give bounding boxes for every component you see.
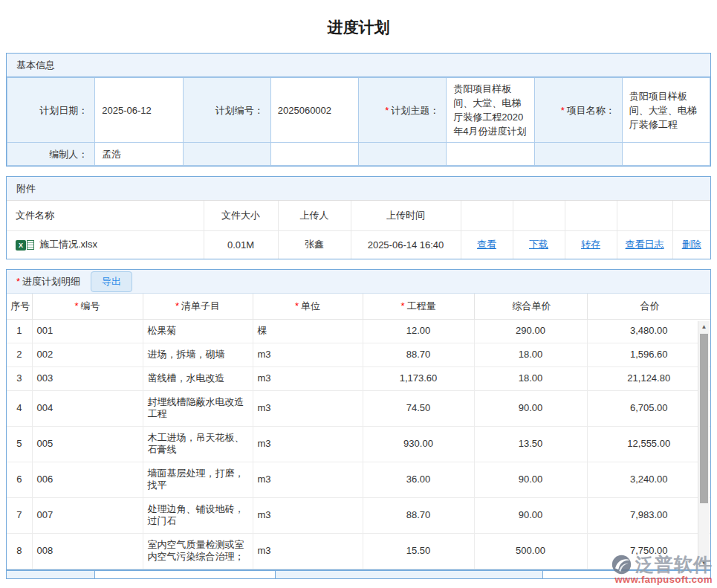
detail-row: 8008 室内空气质量检测或室内空气污染综合治理；m3 15.50500.00 … [7, 533, 710, 569]
column-action [565, 201, 617, 230]
attachment-row: X施工情况.xlsx 0.01M 张鑫 2025-06-14 16:40 查看 … [7, 230, 710, 259]
attachments-table: 文件名称 文件大小 上传人 上传时间 X施工情况.xlsx 0.01M 张鑫 2… [7, 201, 710, 259]
detail-row: 7007 处理边角、铺设地砖，过门石m3 88.7090.00 7,983.00 [7, 497, 710, 533]
detail-section-title: 进度计划明细 [22, 275, 80, 288]
detail-row: 1001 松果菊棵 12.00290.00 3,480.00 [7, 319, 710, 343]
upload-time-cell: 2025-06-14 16:40 [351, 230, 461, 259]
plan-date-label: 计划日期： [7, 78, 95, 143]
column-action [672, 201, 710, 230]
basic-info-section-header: 基本信息 [7, 54, 710, 77]
plan-subject-value: 贵阳项目样板间、大堂、电梯厅装修工程2020年4月份进度计划 [447, 78, 534, 143]
column-action [617, 201, 672, 230]
column-action [513, 201, 565, 230]
empty-label-cell [183, 143, 270, 166]
column-upload-time: 上传时间 [351, 201, 461, 230]
compiler-value: 孟浩 [95, 143, 183, 166]
detail-row: 5005 木工进场，吊天花板、石膏线m3 930.0013.50 12,555.… [7, 426, 710, 462]
required-star: * [16, 276, 20, 287]
column-unit-price: 综合单价 [474, 294, 587, 319]
empty-label-cell [359, 143, 447, 166]
view-link[interactable]: 查看 [477, 239, 496, 250]
plan-subject-label: *计划主题： [359, 78, 447, 143]
attachments-panel: 附件 文件名称 文件大小 上传人 上传时间 X施工情况.xlsx 0.01M 张… [6, 176, 711, 259]
plan-date-value: 2025-06-12 [95, 78, 183, 143]
required-star: * [385, 105, 389, 116]
view-log-link[interactable]: 查看日志 [626, 239, 664, 250]
plan-number-value: 2025060002 [270, 78, 358, 143]
column-quantity: *工程量 [363, 294, 474, 319]
plan-number-label: 计划编号： [183, 78, 270, 143]
detail-panel: * 进度计划明细 导出 序号 *编号 *清单子目 *单位 *工程量 综合单价 合… [6, 269, 711, 570]
detail-section-header: * 进度计划明细 导出 [7, 270, 710, 294]
vertical-scrollbar[interactable]: ▲ ▼ [698, 321, 710, 569]
export-button[interactable]: 导出 [91, 271, 132, 292]
column-total-price: 合价 [587, 294, 710, 319]
delete-link[interactable]: 删除 [682, 239, 701, 250]
compiler-label: 编制人： [7, 143, 95, 166]
file-size-cell: 0.01M [204, 230, 278, 259]
scroll-down-icon[interactable]: ▼ [698, 558, 710, 569]
empty-label-cell [534, 143, 622, 166]
empty-value-cell [270, 143, 358, 166]
page-title: 进度计划 [0, 0, 717, 53]
column-uploader: 上传人 [278, 201, 351, 230]
scrollbar-thumb[interactable] [700, 334, 708, 503]
download-link[interactable]: 下载 [529, 239, 548, 250]
project-name-label: *项目名称： [534, 78, 622, 143]
empty-value-cell [447, 143, 534, 166]
scroll-up-icon[interactable]: ▲ [698, 321, 710, 332]
detail-row: 3003 凿线槽，水电改造m3 1,173.6018.00 21,124.80 [7, 366, 710, 390]
cutoff-next-section [6, 570, 711, 579]
detail-row: 6006 墙面基层处理，打磨，找平m3 36.0090.00 3,240.00 [7, 462, 710, 497]
attachments-section-header: 附件 [7, 177, 710, 201]
detail-row: 4004 封埋线槽隐蔽水电改造工程m3 74.5090.00 6,705.00 [7, 390, 710, 426]
uploader-cell: 张鑫 [278, 230, 351, 259]
detail-table: 序号 *编号 *清单子目 *单位 *工程量 综合单价 合价 1001 松果菊棵 … [7, 294, 710, 569]
detail-row: 2002 进场，拆墙，砌墙m3 88.7018.00 1,596.60 [7, 343, 710, 366]
column-file-size: 文件大小 [204, 201, 278, 230]
column-list-item: *清单子目 [143, 294, 253, 319]
transfer-save-link[interactable]: 转存 [581, 239, 600, 250]
column-seq: 序号 [7, 294, 32, 319]
project-name-value: 贵阳项目样板间、大堂、电梯厅装修工程 [622, 78, 710, 143]
column-action [461, 201, 513, 230]
column-unit: *单位 [253, 294, 363, 319]
excel-file-icon: X [16, 240, 34, 251]
empty-value-cell [622, 143, 710, 166]
basic-info-panel: 基本信息 计划日期： 2025-06-12 计划编号： 2025060002 *… [6, 53, 711, 167]
basic-info-table: 计划日期： 2025-06-12 计划编号： 2025060002 *计划主题：… [7, 77, 710, 166]
column-code: *编号 [32, 294, 143, 319]
file-name-cell: X施工情况.xlsx [7, 230, 204, 259]
column-file-name: 文件名称 [7, 201, 204, 230]
required-star: * [561, 105, 565, 116]
